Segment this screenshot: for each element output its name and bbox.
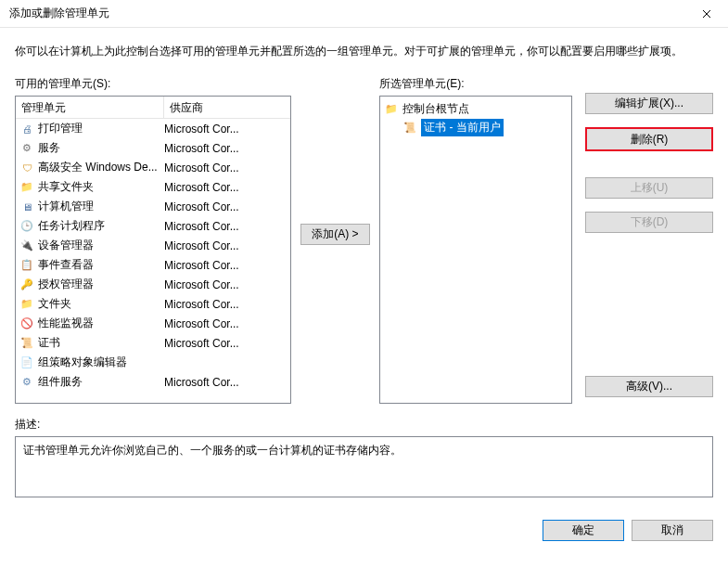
ok-button[interactable]: 确定	[543, 520, 624, 541]
gpo-icon: 📄	[19, 355, 34, 370]
item-name: 共享文件夹	[38, 179, 94, 195]
item-vendor: Microsoft Cor...	[164, 337, 290, 350]
share-icon: 📁	[19, 180, 34, 195]
clock-icon: 🕒	[19, 219, 34, 234]
description-label: 描述:	[15, 417, 713, 432]
item-name: 文件夹	[38, 296, 71, 312]
computer-icon: 🖥	[19, 200, 34, 214]
item-name: 设备管理器	[38, 238, 94, 253]
middle-column: 添加(A) >	[300, 76, 371, 392]
item-vendor: Microsoft Cor...	[164, 220, 290, 233]
col-vendor-header[interactable]: 供应商	[164, 97, 290, 118]
tree-root-node[interactable]: 📁 控制台根节点	[384, 100, 568, 117]
item-vendor: Microsoft Cor...	[164, 259, 290, 272]
intro-text: 你可以在计算机上为此控制台选择可用的管理单元并配置所选的一组管理单元。对于可扩展…	[15, 43, 713, 59]
item-vendor: Microsoft Cor...	[164, 239, 290, 252]
item-vendor: Microsoft Cor...	[164, 317, 290, 330]
item-name: 计算机管理	[38, 199, 94, 214]
dialog-content: 你可以在计算机上为此控制台选择可用的管理单元并配置所选的一组管理单元。对于可扩展…	[0, 28, 728, 507]
window-title: 添加或删除管理单元	[9, 6, 685, 21]
description-text: 证书管理单元允许你浏览自己的、一个服务的或一台计算机的证书存储内容。	[23, 444, 402, 457]
compsvc-icon: ⚙	[19, 375, 34, 390]
item-vendor: Microsoft Cor...	[164, 142, 290, 155]
item-name: 授权管理器	[38, 277, 94, 292]
list-item[interactable]: 📜证书Microsoft Cor...	[16, 333, 290, 353]
dialog-footer: 确定 取消	[0, 507, 728, 554]
cert-icon: 📜	[402, 120, 417, 135]
folder-icon: 📁	[384, 101, 399, 116]
list-item[interactable]: 🖥计算机管理Microsoft Cor...	[16, 197, 290, 216]
list-item[interactable]: ⚙服务Microsoft Cor...	[16, 138, 290, 158]
selected-tree[interactable]: 📁 控制台根节点 📜 证书 - 当前用户	[379, 96, 572, 404]
item-vendor: Microsoft Cor...	[164, 123, 290, 136]
list-item[interactable]: 🕒任务计划程序Microsoft Cor...	[16, 216, 290, 236]
available-list-body[interactable]: 🖨打印管理Microsoft Cor...⚙服务Microsoft Cor...…	[16, 119, 290, 403]
list-item[interactable]: 📁共享文件夹Microsoft Cor...	[16, 177, 290, 197]
list-item[interactable]: 📁文件夹Microsoft Cor...	[16, 294, 290, 314]
item-name: 任务计划程序	[38, 218, 105, 234]
list-item[interactable]: ⚙组件服务Microsoft Cor...	[16, 372, 290, 392]
gear-icon: ⚙	[19, 141, 34, 156]
list-item[interactable]: 🔌设备管理器Microsoft Cor...	[16, 236, 290, 255]
available-column: 可用的管理单元(S): 管理单元 供应商 🖨打印管理Microsoft Cor.…	[15, 76, 291, 404]
item-name: 性能监视器	[38, 316, 94, 331]
item-vendor: Microsoft Cor...	[164, 278, 290, 291]
perf-icon: 🚫	[19, 316, 34, 331]
item-name: 服务	[38, 140, 60, 156]
description-box: 证书管理单元允许你浏览自己的、一个服务的或一台计算机的证书存储内容。	[15, 436, 713, 497]
col-snapin-header[interactable]: 管理单元	[16, 97, 164, 118]
close-icon	[702, 9, 711, 19]
device-icon: 🔌	[19, 239, 34, 253]
available-list-header: 管理单元 供应商	[16, 97, 290, 119]
tree-root-label: 控制台根节点	[402, 101, 469, 117]
tree-child-label: 证书 - 当前用户	[421, 119, 504, 136]
item-name: 打印管理	[38, 121, 83, 136]
selected-label: 所选管理单元(E):	[379, 76, 572, 92]
shield-icon: 🛡	[19, 161, 34, 175]
edit-extensions-button[interactable]: 编辑扩展(X)...	[585, 93, 713, 114]
item-vendor: Microsoft Cor...	[164, 181, 290, 194]
item-name: 组策略对象编辑器	[38, 355, 127, 370]
titlebar: 添加或删除管理单元	[0, 0, 728, 28]
remove-button[interactable]: 删除(R)	[585, 127, 713, 151]
available-label: 可用的管理单元(S):	[15, 76, 291, 92]
item-name: 事件查看器	[38, 257, 94, 273]
list-item[interactable]: 📋事件查看器Microsoft Cor...	[16, 255, 290, 275]
item-name: 组件服务	[38, 374, 83, 390]
item-vendor: Microsoft Cor...	[164, 376, 290, 389]
selected-column: 所选管理单元(E): 📁 控制台根节点 📜 证书 - 当前用户	[379, 76, 572, 404]
move-up-button[interactable]: 上移(U)	[585, 177, 713, 199]
add-button[interactable]: 添加(A) >	[300, 224, 370, 245]
cert-icon: 📜	[19, 336, 34, 351]
main-row: 可用的管理单元(S): 管理单元 供应商 🖨打印管理Microsoft Cor.…	[15, 76, 713, 404]
event-icon: 📋	[19, 258, 34, 273]
side-buttons: 编辑扩展(X)... 删除(R) 上移(U) 下移(D) 高级(V)...	[585, 76, 713, 397]
list-item[interactable]: 🚫性能监视器Microsoft Cor...	[16, 314, 290, 333]
list-item[interactable]: 📄组策略对象编辑器	[16, 353, 290, 372]
cancel-button[interactable]: 取消	[632, 520, 713, 541]
list-item[interactable]: 🛡高级安全 Windows De...Microsoft Cor...	[16, 158, 290, 177]
list-item[interactable]: 🖨打印管理Microsoft Cor...	[16, 119, 290, 138]
printer-icon: 🖨	[19, 122, 34, 136]
close-button[interactable]	[685, 0, 728, 28]
auth-icon: 🔑	[19, 278, 34, 292]
list-item[interactable]: 🔑授权管理器Microsoft Cor...	[16, 275, 290, 294]
item-vendor: Microsoft Cor...	[164, 161, 290, 174]
item-vendor: Microsoft Cor...	[164, 200, 290, 213]
move-down-button[interactable]: 下移(D)	[585, 212, 713, 233]
tree-child-node[interactable]: 📜 证书 - 当前用户	[402, 119, 568, 136]
item-name: 证书	[38, 335, 60, 351]
advanced-button[interactable]: 高级(V)...	[585, 376, 713, 397]
item-name: 高级安全 Windows De...	[38, 160, 158, 175]
item-vendor: Microsoft Cor...	[164, 298, 290, 311]
folder-icon: 📁	[19, 297, 34, 312]
available-list: 管理单元 供应商 🖨打印管理Microsoft Cor...⚙服务Microso…	[15, 96, 291, 404]
